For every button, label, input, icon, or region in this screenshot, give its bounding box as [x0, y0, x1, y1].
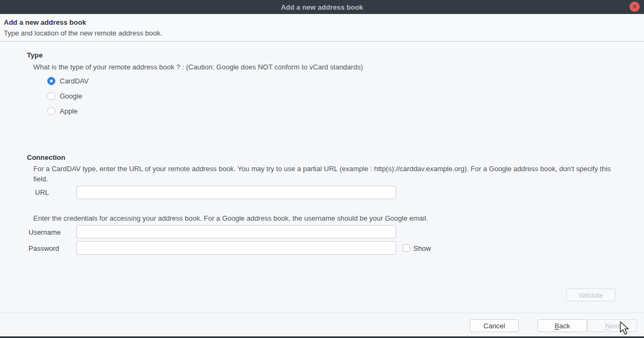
next-button-label: Next — [605, 322, 620, 330]
close-button[interactable]: ✕ — [629, 2, 640, 12]
radio-apple-label: Apple — [60, 107, 77, 115]
show-password-checkbox[interactable] — [403, 244, 410, 252]
password-input[interactable] — [76, 241, 396, 255]
url-label: URL — [35, 188, 49, 196]
radio-google-label: Google — [60, 92, 82, 100]
radio-apple-icon[interactable] — [47, 107, 55, 115]
titlebar[interactable]: Add a new address book ✕ — [0, 0, 644, 14]
dialog-header: Add a new address book Type and location… — [0, 14, 644, 41]
cancel-button[interactable]: Cancel — [470, 319, 519, 332]
connection-description: For a CardDAV type, enter the URL of you… — [33, 164, 617, 184]
close-icon: ✕ — [632, 4, 637, 10]
back-button-label: Back — [555, 322, 570, 330]
type-caution-text: What is the type of your remote address … — [33, 62, 363, 72]
url-input[interactable] — [76, 186, 396, 199]
add-address-book-dialog: Add a new address book ✕ Add a new addre… — [0, 0, 644, 338]
radio-carddav[interactable]: CardDAV — [47, 76, 89, 86]
window-title: Add a new address book — [281, 3, 363, 11]
radio-carddav-icon[interactable] — [47, 77, 55, 85]
next-button[interactable]: Next — [588, 319, 637, 332]
cancel-button-label: Cancel — [483, 322, 505, 330]
password-label: Password — [28, 244, 59, 252]
username-input[interactable] — [76, 225, 396, 238]
page-title: Add a new address book — [4, 18, 86, 26]
radio-google[interactable]: Google — [47, 91, 82, 101]
type-section-heading: Type — [27, 51, 42, 59]
back-button[interactable]: Back — [538, 319, 587, 332]
validate-button[interactable]: Validate — [566, 288, 616, 301]
radio-carddav-label: CardDAV — [60, 77, 89, 85]
radio-apple[interactable]: Apple — [47, 106, 77, 116]
show-password-label[interactable]: Show — [413, 244, 431, 252]
validate-button-label: Validate — [578, 291, 603, 299]
radio-google-icon[interactable] — [47, 92, 55, 100]
connection-section-heading: Connection — [27, 153, 66, 161]
username-label: Username — [28, 228, 61, 236]
credentials-note: Enter the credentials for accessing your… — [33, 213, 428, 223]
page-subtitle: Type and location of the new remote addr… — [4, 29, 162, 37]
footer-separator — [0, 313, 644, 313]
